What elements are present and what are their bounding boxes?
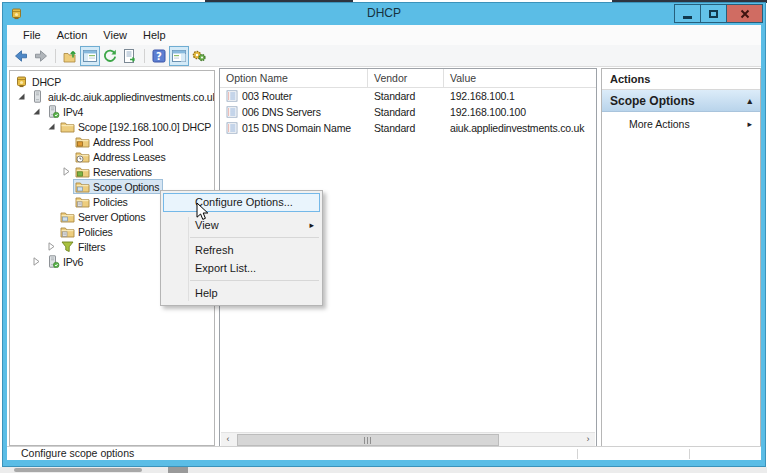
tree-item-address-pool[interactable]: Address Pool (10, 134, 214, 149)
menu-file[interactable]: File (15, 27, 49, 43)
option-name-cell: 015 DNS Domain Name (220, 120, 368, 136)
tree-arrow-spacer (60, 136, 73, 147)
toolbar-show-action-pane-icon[interactable] (169, 46, 189, 66)
context-menu-separator (190, 280, 319, 281)
actions-pane-header: Actions (602, 69, 760, 90)
tree-collapsed-icon[interactable] (60, 166, 73, 177)
toolbar-refresh-icon[interactable] (100, 46, 120, 66)
more-actions-label: More Actions (629, 112, 690, 137)
scroll-right-button[interactable]: › (581, 433, 595, 446)
tree-arrow-spacer (60, 181, 73, 192)
folder-pool-icon (75, 135, 90, 148)
submenu-arrow-icon: ▸ (309, 216, 314, 234)
maximize-button[interactable] (700, 4, 727, 23)
option-name-text: 015 DNS Domain Name (242, 120, 351, 136)
server-check-icon (45, 105, 60, 118)
menu-view[interactable]: View (95, 27, 135, 43)
dhcp-window: DHCP FileActionViewHelp ? DHCPaiuk-dc.ai… (2, 2, 766, 467)
column-header-value[interactable]: Value (444, 69, 596, 88)
tree-expanded-icon[interactable] (15, 91, 28, 102)
title-bar[interactable]: DHCP (3, 3, 765, 25)
folder-leases-icon (75, 150, 90, 163)
tree-item-dhcp[interactable]: DHCP (10, 74, 214, 89)
minimize-button[interactable] (674, 4, 701, 23)
minimize-icon (683, 16, 692, 19)
context-menu-item-configure-options[interactable]: Configure Options... (163, 193, 320, 212)
context-menu-item-label: Configure Options... (195, 194, 293, 211)
tree-item-reservations[interactable]: Reservations (10, 164, 214, 179)
tree-item-aiuk-dc-aiuk-appliedinvestments-co-uk[interactable]: aiuk-dc.aiuk.appliedinvestments.co.uk (10, 89, 214, 104)
menu-help[interactable]: Help (135, 27, 174, 43)
scrollbar-thumb[interactable] (237, 434, 499, 446)
column-header-option-name[interactable]: Option Name (220, 69, 368, 88)
tree-item-label: Policies (93, 196, 128, 208)
desktop-text-remnant (14, 468, 142, 472)
option-doc-icon (226, 106, 238, 118)
tree-item-address-leases[interactable]: Address Leases (10, 149, 214, 164)
column-header-vendor[interactable]: Vendor (368, 69, 444, 88)
toolbar-export-list-icon[interactable] (120, 46, 140, 66)
tree-collapsed-icon[interactable] (30, 256, 43, 267)
window-client: FileActionViewHelp ? DHCPaiuk-dc.aiuk.ap… (7, 25, 761, 460)
context-menu-item-refresh[interactable]: Refresh (161, 241, 322, 259)
option-name-cell: 006 DNS Servers (220, 104, 368, 120)
actions-pane: Actions Scope Options ▴ More Actions ▸ (601, 68, 761, 448)
option-name-text: 006 DNS Servers (242, 104, 321, 120)
toolbar-up-one-level-icon[interactable] (60, 46, 80, 66)
tree-item-label: Reservations (93, 166, 152, 178)
option-name-text: 003 Router (242, 88, 292, 104)
value-cell: 192.168.100.1 (444, 88, 596, 104)
toolbar-properties-gears-icon[interactable] (189, 46, 209, 66)
context-menu: Configure Options...View▸RefreshExport L… (160, 190, 323, 306)
list-row-003-router[interactable]: 003 RouterStandard192.168.100.1 (220, 88, 596, 104)
status-text: Configure scope options (21, 447, 134, 459)
tree-item-label: Scope [192.168.100.0] DHCP (78, 121, 211, 133)
tree-collapsed-icon[interactable] (45, 241, 58, 252)
tree-expanded-icon[interactable] (45, 121, 58, 132)
chevron-right-icon: ▸ (747, 112, 752, 137)
server-check-icon (45, 255, 60, 268)
context-menu-item-export-list[interactable]: Export List... (161, 259, 322, 277)
scroll-left-button[interactable]: ‹ (221, 433, 235, 446)
vendor-cell: Standard (368, 88, 444, 104)
context-menu-item-view[interactable]: View▸ (161, 216, 322, 234)
toolbar-help-icon[interactable]: ? (149, 46, 169, 66)
option-doc-icon (226, 122, 238, 134)
close-button[interactable] (726, 4, 763, 23)
toolbar-back-icon[interactable] (11, 46, 31, 66)
horizontal-scrollbar[interactable]: ‹ › (221, 432, 595, 446)
folder-options-icon (75, 180, 90, 193)
actions-section-scope-options[interactable]: Scope Options ▴ (602, 90, 760, 112)
tree-item-label: aiuk-dc.aiuk.appliedinvestments.co.uk (48, 91, 215, 103)
close-icon (740, 9, 750, 19)
tree-arrow-spacer (45, 226, 58, 237)
value-cell: aiuk.appliedinvestments.co.uk (444, 120, 596, 136)
filter-icon (60, 240, 75, 253)
folder-reservations-icon (75, 165, 90, 178)
desktop-element-remnant (168, 467, 188, 473)
list-row-006-dns-servers[interactable]: 006 DNS ServersStandard192.168.100.100 (220, 104, 596, 120)
tree-item-scope-192-168-100-0-dhcp[interactable]: Scope [192.168.100.0] DHCP (10, 119, 214, 134)
window-controls (675, 4, 763, 23)
list-row-015-dns-domain-name[interactable]: 015 DNS Domain NameStandardaiuk.appliedi… (220, 120, 596, 136)
scrollbar-grip-icon (364, 437, 372, 444)
dhcp-root-icon (14, 75, 29, 88)
tree-item-label: Address Pool (93, 136, 153, 148)
menu-action[interactable]: Action (49, 27, 96, 43)
tree-item-label: Server Options (78, 211, 145, 223)
tree-expanded-icon[interactable] (30, 106, 43, 117)
toolbar-forward-icon[interactable] (31, 46, 51, 66)
toolbar-separator (144, 49, 145, 63)
toolbar-separator (55, 49, 56, 63)
context-menu-item-label: Export List... (195, 259, 256, 277)
status-bar: Configure scope options (7, 446, 761, 460)
context-menu-separator (190, 237, 319, 238)
toolbar-show-console-tree-icon[interactable] (80, 46, 100, 66)
more-actions-item[interactable]: More Actions ▸ (602, 112, 760, 137)
status-divider (689, 449, 690, 459)
server-icon (30, 90, 45, 103)
tree-arrow-spacer (45, 211, 58, 222)
tree-item-ipv4[interactable]: IPv4 (10, 104, 214, 119)
chevron-up-icon[interactable]: ▴ (747, 90, 752, 112)
context-menu-item-help[interactable]: Help (161, 284, 322, 302)
